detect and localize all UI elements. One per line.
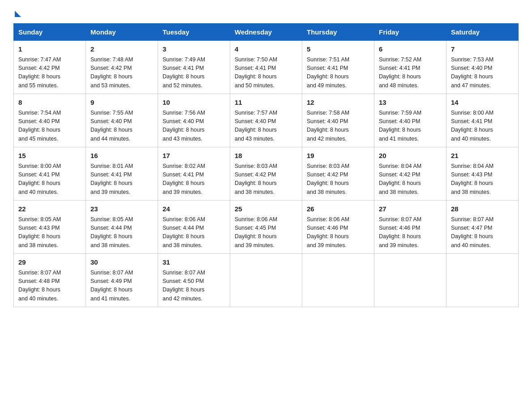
day-number: 13 bbox=[379, 98, 442, 108]
calendar-cell: 12Sunrise: 7:58 AMSunset: 4:40 PMDayligh… bbox=[302, 94, 374, 147]
day-info: Sunrise: 8:03 AMSunset: 4:42 PMDaylight:… bbox=[307, 162, 369, 197]
day-info: Sunrise: 7:57 AMSunset: 4:40 PMDaylight:… bbox=[235, 109, 297, 144]
calendar-cell: 5Sunrise: 7:51 AMSunset: 4:41 PMDaylight… bbox=[302, 41, 374, 94]
day-number: 24 bbox=[163, 204, 225, 214]
day-number: 19 bbox=[307, 151, 369, 161]
header-day-wednesday: Wednesday bbox=[230, 24, 302, 41]
day-number: 26 bbox=[307, 204, 369, 214]
calendar-table: SundayMondayTuesdayWednesdayThursdayFrid… bbox=[13, 23, 519, 307]
calendar-cell: 29Sunrise: 8:07 AMSunset: 4:48 PMDayligh… bbox=[14, 254, 86, 307]
calendar-cell: 3Sunrise: 7:49 AMSunset: 4:41 PMDaylight… bbox=[158, 41, 230, 94]
calendar-cell: 30Sunrise: 8:07 AMSunset: 4:49 PMDayligh… bbox=[86, 254, 158, 307]
day-number: 28 bbox=[451, 204, 514, 214]
header-day-friday: Friday bbox=[374, 24, 446, 41]
calendar-cell: 7Sunrise: 7:53 AMSunset: 4:40 PMDaylight… bbox=[446, 41, 519, 94]
calendar-cell: 19Sunrise: 8:03 AMSunset: 4:42 PMDayligh… bbox=[302, 147, 374, 201]
header-day-saturday: Saturday bbox=[446, 24, 519, 41]
week-row-3: 15Sunrise: 8:00 AMSunset: 4:41 PMDayligh… bbox=[14, 147, 519, 201]
calendar-cell: 18Sunrise: 8:03 AMSunset: 4:42 PMDayligh… bbox=[230, 147, 302, 201]
page-header bbox=[13, 9, 519, 15]
calendar-cell: 9Sunrise: 7:55 AMSunset: 4:40 PMDaylight… bbox=[86, 94, 158, 147]
day-info: Sunrise: 8:07 AMSunset: 4:49 PMDaylight:… bbox=[90, 269, 153, 304]
day-info: Sunrise: 7:50 AMSunset: 4:41 PMDaylight:… bbox=[235, 56, 297, 90]
day-info: Sunrise: 8:07 AMSunset: 4:48 PMDaylight:… bbox=[18, 269, 81, 304]
day-number: 27 bbox=[379, 204, 442, 214]
day-number: 2 bbox=[90, 44, 153, 55]
calendar-cell: 15Sunrise: 8:00 AMSunset: 4:41 PMDayligh… bbox=[14, 147, 86, 201]
week-row-2: 8Sunrise: 7:54 AMSunset: 4:40 PMDaylight… bbox=[14, 94, 519, 147]
calendar-cell: 24Sunrise: 8:06 AMSunset: 4:44 PMDayligh… bbox=[158, 201, 230, 254]
day-number: 12 bbox=[307, 98, 369, 108]
day-info: Sunrise: 8:03 AMSunset: 4:42 PMDaylight:… bbox=[235, 162, 297, 197]
calendar-cell: 25Sunrise: 8:06 AMSunset: 4:45 PMDayligh… bbox=[230, 201, 302, 254]
day-number: 5 bbox=[307, 44, 369, 55]
day-number: 1 bbox=[18, 44, 81, 55]
day-info: Sunrise: 8:07 AMSunset: 4:47 PMDaylight:… bbox=[451, 215, 514, 250]
day-info: Sunrise: 8:00 AMSunset: 4:41 PMDaylight:… bbox=[18, 162, 81, 197]
day-number: 31 bbox=[163, 257, 225, 268]
header-day-thursday: Thursday bbox=[302, 24, 374, 41]
day-number: 6 bbox=[379, 44, 442, 55]
calendar-cell: 31Sunrise: 8:07 AMSunset: 4:50 PMDayligh… bbox=[158, 254, 230, 307]
week-row-4: 22Sunrise: 8:05 AMSunset: 4:43 PMDayligh… bbox=[14, 201, 519, 254]
calendar-cell: 11Sunrise: 7:57 AMSunset: 4:40 PMDayligh… bbox=[230, 94, 302, 147]
calendar-cell: 2Sunrise: 7:48 AMSunset: 4:42 PMDaylight… bbox=[86, 41, 158, 94]
day-info: Sunrise: 8:06 AMSunset: 4:46 PMDaylight:… bbox=[307, 215, 369, 250]
logo bbox=[13, 9, 21, 15]
calendar-cell bbox=[446, 254, 519, 307]
calendar-cell: 27Sunrise: 8:07 AMSunset: 4:46 PMDayligh… bbox=[374, 201, 446, 254]
logo-arrow-icon bbox=[15, 11, 21, 17]
calendar-cell: 1Sunrise: 7:47 AMSunset: 4:42 PMDaylight… bbox=[14, 41, 86, 94]
week-row-1: 1Sunrise: 7:47 AMSunset: 4:42 PMDaylight… bbox=[14, 41, 519, 94]
calendar-cell: 23Sunrise: 8:05 AMSunset: 4:44 PMDayligh… bbox=[86, 201, 158, 254]
day-number: 4 bbox=[235, 44, 297, 55]
calendar-cell: 10Sunrise: 7:56 AMSunset: 4:40 PMDayligh… bbox=[158, 94, 230, 147]
day-info: Sunrise: 8:07 AMSunset: 4:50 PMDaylight:… bbox=[163, 269, 225, 304]
day-info: Sunrise: 7:59 AMSunset: 4:40 PMDaylight:… bbox=[379, 109, 442, 144]
day-info: Sunrise: 8:02 AMSunset: 4:41 PMDaylight:… bbox=[163, 162, 225, 197]
day-number: 29 bbox=[18, 257, 81, 268]
calendar-cell: 17Sunrise: 8:02 AMSunset: 4:41 PMDayligh… bbox=[158, 147, 230, 201]
day-info: Sunrise: 8:07 AMSunset: 4:46 PMDaylight:… bbox=[379, 215, 442, 250]
calendar-cell: 4Sunrise: 7:50 AMSunset: 4:41 PMDaylight… bbox=[230, 41, 302, 94]
day-number: 16 bbox=[90, 151, 153, 161]
calendar-cell: 14Sunrise: 8:00 AMSunset: 4:41 PMDayligh… bbox=[446, 94, 519, 147]
calendar-cell: 21Sunrise: 8:04 AMSunset: 4:43 PMDayligh… bbox=[446, 147, 519, 201]
day-number: 7 bbox=[451, 44, 514, 55]
day-info: Sunrise: 7:54 AMSunset: 4:40 PMDaylight:… bbox=[18, 109, 81, 144]
week-row-5: 29Sunrise: 8:07 AMSunset: 4:48 PMDayligh… bbox=[14, 254, 519, 307]
calendar-cell: 28Sunrise: 8:07 AMSunset: 4:47 PMDayligh… bbox=[446, 201, 519, 254]
day-info: Sunrise: 8:04 AMSunset: 4:42 PMDaylight:… bbox=[379, 162, 442, 197]
day-number: 25 bbox=[235, 204, 297, 214]
calendar-cell: 26Sunrise: 8:06 AMSunset: 4:46 PMDayligh… bbox=[302, 201, 374, 254]
header-day-tuesday: Tuesday bbox=[158, 24, 230, 41]
day-number: 21 bbox=[451, 151, 514, 161]
day-number: 10 bbox=[163, 98, 225, 108]
day-number: 15 bbox=[18, 151, 81, 161]
day-number: 9 bbox=[90, 98, 153, 108]
day-info: Sunrise: 8:01 AMSunset: 4:41 PMDaylight:… bbox=[90, 162, 153, 197]
day-info: Sunrise: 7:49 AMSunset: 4:41 PMDaylight:… bbox=[163, 56, 225, 90]
day-info: Sunrise: 8:00 AMSunset: 4:41 PMDaylight:… bbox=[451, 109, 514, 144]
day-info: Sunrise: 7:55 AMSunset: 4:40 PMDaylight:… bbox=[90, 109, 153, 144]
day-number: 20 bbox=[379, 151, 442, 161]
day-info: Sunrise: 7:48 AMSunset: 4:42 PMDaylight:… bbox=[90, 56, 153, 90]
calendar-cell: 8Sunrise: 7:54 AMSunset: 4:40 PMDaylight… bbox=[14, 94, 86, 147]
calendar-cell: 22Sunrise: 8:05 AMSunset: 4:43 PMDayligh… bbox=[14, 201, 86, 254]
day-number: 18 bbox=[235, 151, 297, 161]
calendar-cell bbox=[230, 254, 302, 307]
calendar-cell: 13Sunrise: 7:59 AMSunset: 4:40 PMDayligh… bbox=[374, 94, 446, 147]
calendar-cell: 20Sunrise: 8:04 AMSunset: 4:42 PMDayligh… bbox=[374, 147, 446, 201]
day-info: Sunrise: 8:06 AMSunset: 4:44 PMDaylight:… bbox=[163, 215, 225, 250]
day-number: 11 bbox=[235, 98, 297, 108]
calendar-cell bbox=[302, 254, 374, 307]
day-number: 14 bbox=[451, 98, 514, 108]
day-info: Sunrise: 8:06 AMSunset: 4:45 PMDaylight:… bbox=[235, 215, 297, 250]
day-number: 23 bbox=[90, 204, 153, 214]
header-day-monday: Monday bbox=[86, 24, 158, 41]
day-info: Sunrise: 7:56 AMSunset: 4:40 PMDaylight:… bbox=[163, 109, 225, 144]
day-number: 17 bbox=[163, 151, 225, 161]
calendar-cell: 6Sunrise: 7:52 AMSunset: 4:41 PMDaylight… bbox=[374, 41, 446, 94]
day-info: Sunrise: 7:47 AMSunset: 4:42 PMDaylight:… bbox=[18, 56, 81, 90]
day-number: 30 bbox=[90, 257, 153, 268]
